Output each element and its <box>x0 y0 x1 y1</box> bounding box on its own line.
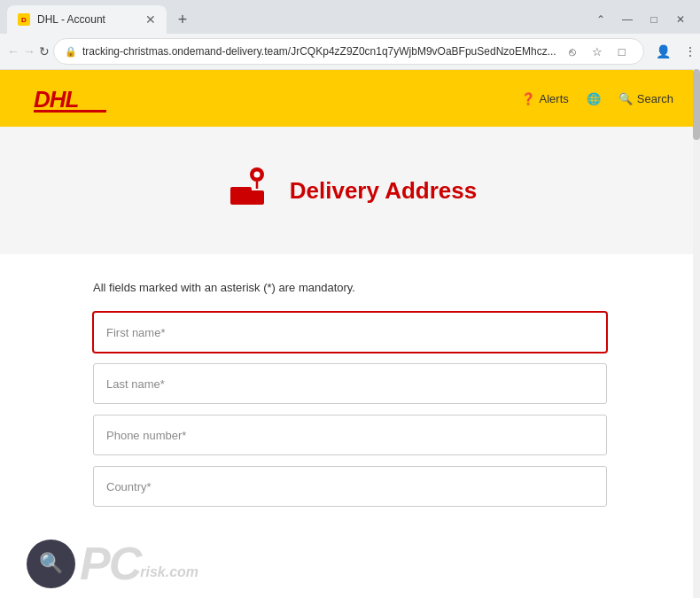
search-nav-item[interactable]: 🔍 Search <box>618 92 673 105</box>
person-icon[interactable]: 👤 <box>651 39 676 64</box>
dhl-logo: DHL <box>27 82 115 114</box>
scrollbar-track <box>693 69 700 598</box>
last-name-field-group <box>93 363 607 404</box>
refresh-button[interactable]: ↻ <box>39 39 50 64</box>
new-tab-button[interactable]: + <box>170 7 195 32</box>
alerts-nav-item[interactable]: ❓ Alerts <box>521 92 569 105</box>
bookmark-icon[interactable]: ☆ <box>587 41 608 62</box>
country-field-group <box>93 466 607 507</box>
share-icon[interactable]: ⎋ <box>562 41 583 62</box>
last-name-input[interactable] <box>93 363 607 404</box>
tab-close-icon[interactable]: ✕ <box>145 12 156 27</box>
mandatory-note: All fields marked with an asterisk (*) a… <box>93 281 607 294</box>
search-icon: 🔍 <box>618 92 633 105</box>
tab-title: DHL - Account <box>37 13 105 26</box>
dhl-logo-svg: DHL <box>27 82 115 114</box>
alerts-icon: ❓ <box>521 92 535 105</box>
pcrisk-logo-icon <box>27 540 75 588</box>
search-label: Search <box>637 92 673 105</box>
delivery-icon-svg <box>223 162 276 215</box>
hero-content: Delivery Address <box>18 162 682 219</box>
tab-favicon: D <box>18 13 30 26</box>
form-section: All fields marked with an asterisk (*) a… <box>75 281 625 544</box>
address-bar-row: ← → ↻ 🔒 tracking-christmas.ondemand-deli… <box>0 34 700 69</box>
svg-point-6 <box>253 172 260 178</box>
minimize-button[interactable]: — <box>615 7 640 32</box>
dhl-header: DHL ❓ Alerts 🌐 🔍 Search <box>0 70 700 127</box>
dhl-nav: ❓ Alerts 🌐 🔍 Search <box>521 92 673 105</box>
forward-button[interactable]: → <box>23 39 35 64</box>
alerts-label: Alerts <box>540 92 569 105</box>
close-button[interactable]: ✕ <box>668 7 693 32</box>
phone-input[interactable] <box>93 415 607 455</box>
watermark-domain-text: risk.com <box>140 564 198 580</box>
svg-rect-2 <box>34 110 106 113</box>
watermark-pc-text: PC <box>80 537 140 590</box>
first-name-input[interactable] <box>93 312 607 353</box>
hero-section: Delivery Address <box>0 127 700 254</box>
phone-field-group <box>93 415 607 455</box>
tab-bar: D DHL - Account ✕ + ⌃ — □ ✕ <box>0 0 700 34</box>
browser-chrome: D DHL - Account ✕ + ⌃ — □ ✕ ← → ↻ 🔒 trac… <box>0 0 700 70</box>
window-controls: ⌃ — □ ✕ <box>588 7 693 32</box>
lock-icon: 🔒 <box>65 46 77 58</box>
address-bar[interactable]: 🔒 tracking-christmas.ondemand-delivery.t… <box>53 38 644 65</box>
country-input[interactable] <box>93 466 607 507</box>
first-name-field-group <box>93 312 607 353</box>
active-tab[interactable]: D DHL - Account ✕ <box>7 5 167 34</box>
svg-text:DHL: DHL <box>34 86 79 113</box>
watermark-overlay: PC risk.com <box>27 537 198 590</box>
profile-icon[interactable]: □ <box>611 41 633 62</box>
language-nav-item[interactable]: 🌐 <box>587 92 601 105</box>
toolbar-icons: 👤 ⋮ <box>651 39 700 64</box>
globe-icon: 🌐 <box>587 92 601 105</box>
menu-icon[interactable]: ⋮ <box>678 39 700 64</box>
delivery-package-icon <box>223 162 276 219</box>
svg-rect-4 <box>248 190 264 205</box>
back-button[interactable]: ← <box>7 39 19 64</box>
address-bar-icons: ⎋ ☆ □ <box>562 41 633 62</box>
url-text: tracking-christmas.ondemand-delivery.tea… <box>82 45 556 58</box>
website-content: DHL ❓ Alerts 🌐 🔍 Search <box>0 70 700 598</box>
hero-title: Delivery Address <box>290 177 477 205</box>
chevron-up-icon[interactable]: ⌃ <box>588 7 613 32</box>
scrollbar-thumb[interactable] <box>693 69 700 140</box>
maximize-button[interactable]: □ <box>642 7 666 32</box>
